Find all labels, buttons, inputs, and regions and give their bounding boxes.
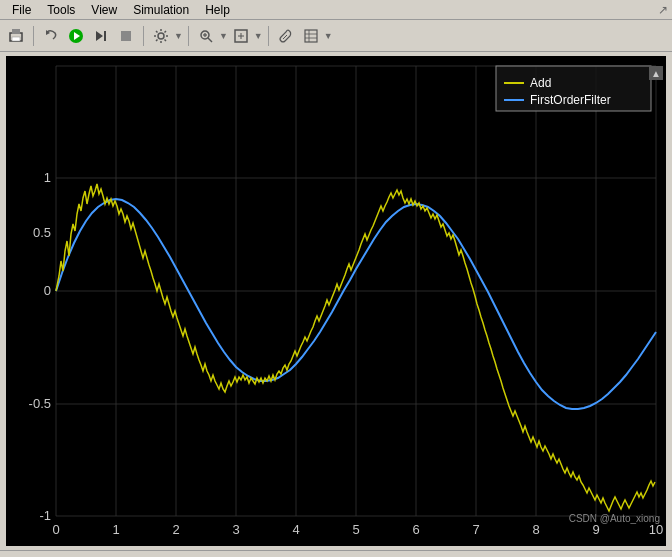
svg-line-17 [283, 35, 287, 39]
step-button[interactable] [89, 24, 113, 48]
svg-rect-22 [6, 56, 666, 546]
fit-button[interactable] [229, 24, 253, 48]
svg-text:0: 0 [44, 283, 51, 298]
wrench-button[interactable] [274, 24, 298, 48]
svg-text:0.5: 0.5 [33, 225, 51, 240]
svg-rect-8 [121, 31, 131, 41]
toolbar-print-group [4, 24, 28, 48]
watermark: CSDN @Auto_xiong [569, 513, 660, 524]
svg-text:0: 0 [52, 522, 59, 537]
svg-rect-7 [104, 31, 106, 41]
svg-text:9: 9 [592, 522, 599, 537]
svg-text:-0.5: -0.5 [29, 396, 51, 411]
menu-simulation[interactable]: Simulation [125, 1, 197, 19]
svg-text:7: 7 [472, 522, 479, 537]
svg-text:FirstOrderFilter: FirstOrderFilter [530, 93, 611, 107]
svg-text:1: 1 [112, 522, 119, 537]
statusbar: Ready T=10.000 [0, 550, 672, 557]
toolbar-zoom-group: ▼ ▼ [194, 24, 263, 48]
svg-text:2: 2 [172, 522, 179, 537]
svg-text:-1: -1 [39, 508, 51, 523]
sep4 [268, 26, 269, 46]
svg-text:Add: Add [530, 76, 551, 90]
zoom-button[interactable] [194, 24, 218, 48]
sep2 [143, 26, 144, 46]
plot-window[interactable]: 0 1 2 3 4 5 6 7 8 9 10 1 0.5 0 -0.5 -1 [6, 56, 666, 546]
svg-text:1: 1 [44, 170, 51, 185]
menubar: File Tools View Simulation Help ↗ [0, 0, 672, 20]
svg-marker-6 [96, 31, 103, 41]
svg-rect-2 [12, 37, 20, 41]
settings-dropdown[interactable]: ▼ [174, 31, 183, 41]
plot-container: 0 1 2 3 4 5 6 7 8 9 10 1 0.5 0 -0.5 -1 [0, 52, 672, 550]
svg-text:▲: ▲ [651, 68, 661, 79]
toolbar-settings-group: ▼ [149, 24, 183, 48]
svg-text:5: 5 [352, 522, 359, 537]
config-button[interactable] [299, 24, 323, 48]
stop-button[interactable] [114, 24, 138, 48]
undo-button[interactable] [39, 24, 63, 48]
menu-help[interactable]: Help [197, 1, 238, 19]
config-dropdown[interactable]: ▼ [324, 31, 333, 41]
svg-text:4: 4 [292, 522, 299, 537]
svg-point-9 [158, 33, 164, 39]
svg-line-11 [208, 38, 212, 42]
toolbar-playback-group [39, 24, 138, 48]
menu-tools[interactable]: Tools [39, 1, 83, 19]
svg-text:3: 3 [232, 522, 239, 537]
svg-text:10: 10 [649, 522, 663, 537]
svg-rect-1 [12, 29, 20, 34]
svg-rect-18 [305, 30, 317, 42]
fit-dropdown[interactable]: ▼ [254, 31, 263, 41]
menu-view[interactable]: View [83, 1, 125, 19]
sep1 [33, 26, 34, 46]
settings-button[interactable] [149, 24, 173, 48]
svg-text:6: 6 [412, 522, 419, 537]
sep3 [188, 26, 189, 46]
zoom-dropdown[interactable]: ▼ [219, 31, 228, 41]
toolbar-tools-group: ▼ [274, 24, 333, 48]
play-button[interactable] [64, 24, 88, 48]
chart-svg: 0 1 2 3 4 5 6 7 8 9 10 1 0.5 0 -0.5 -1 [6, 56, 666, 546]
print-button[interactable] [4, 24, 28, 48]
menu-file[interactable]: File [4, 1, 39, 19]
detach-icon[interactable]: ↗ [658, 3, 668, 17]
svg-text:8: 8 [532, 522, 539, 537]
toolbar: ▼ ▼ ▼ [0, 20, 672, 52]
